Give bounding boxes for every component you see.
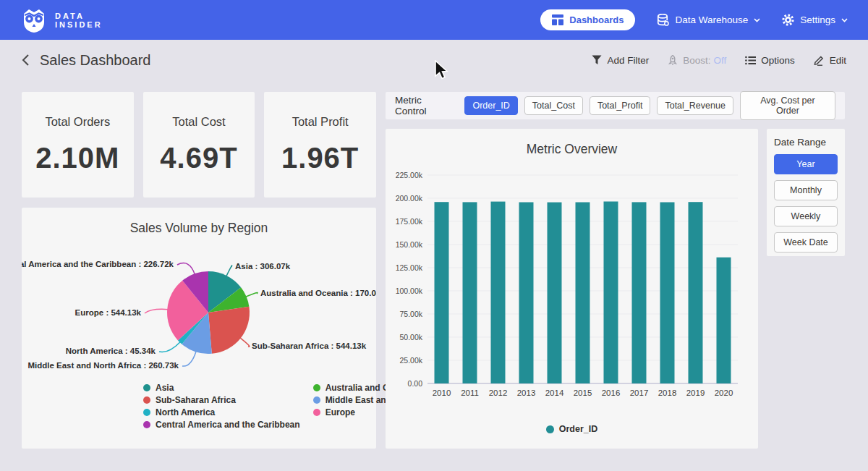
legend-item-central-america-and-the-caribbean[interactable]: Central America and the Caribbean [143,418,300,430]
pie-slice-label: North America : 45.34k [66,347,156,355]
nav-dashboards-label: Dashboards [569,14,624,25]
brand-line1: DATA [55,12,103,20]
x-axis-tick-label: 2016 [602,389,621,397]
page-title: Sales Dashboard [40,52,150,69]
legend-dot [546,425,554,433]
pie-slice-label: Central America and the Caribbean : 226.… [22,260,174,268]
metric-control-bar: Metric Control Order_IDTotal_CostTotal_P… [386,92,845,119]
metric-button-total-cost[interactable]: Total_Cost [524,96,583,115]
legend-dot [143,409,150,416]
bar-order-id-2011[interactable] [463,202,477,383]
legend-label: Europe [326,407,355,417]
database-icon [657,14,669,26]
funnel-icon [592,55,602,65]
legend-item-north-america[interactable]: North America [143,406,300,418]
bar-order-id-2013[interactable] [519,203,534,384]
nav-data-warehouse-label: Data Warehouse [675,14,748,25]
x-axis-tick-label: 2017 [630,389,649,397]
gear-icon [782,14,794,26]
date-range-button-monthly[interactable]: Monthly [774,180,838,200]
bar-order-id-2015[interactable] [576,203,590,384]
y-axis-tick-label: 175.00k [396,217,423,226]
y-axis-tick-label: 225.00k [396,171,423,179]
legend-dot [143,396,150,404]
nav-settings[interactable]: Settings [782,14,848,26]
pie-leader-line [159,341,180,352]
bar-order-id-2020[interactable] [717,258,731,383]
title-bar: Sales Dashboard Add Filter Boost: Off [0,40,868,80]
pie-leader-line [182,351,196,366]
legend-label: Sub-Saharan Africa [156,395,236,405]
nav-data-warehouse[interactable]: Data Warehouse [657,14,760,26]
chevron-down-icon [754,18,760,22]
owl-logo-icon [20,7,48,34]
date-range-card: Date Range YearMonthlyWeeklyWeek Date [767,129,845,256]
x-axis-tick-label: 2013 [517,389,536,397]
y-axis-tick-label: 200.00k [396,194,423,203]
pie-slice-label: Middle East and North Africa : 260.73k [27,361,179,370]
options-button[interactable]: Options [745,55,795,66]
legend-item-asia[interactable]: Asia [143,381,300,394]
chevron-left-icon[interactable] [22,54,30,67]
pie-chart-card: Asia : 306.07kAustralia and Oceania : 17… [22,208,376,449]
pie-slice-label: Sub-Saharan Africa : 544.13k [252,341,367,350]
metric-button-avg-cost-per-order[interactable]: Avg. Cost per Order [740,91,835,120]
y-axis-tick-label: 150.00k [396,240,423,249]
legend-label: North America [156,407,215,417]
x-axis-tick-label: 2015 [574,389,592,397]
edit-label: Edit [830,55,846,66]
bar-order-id-2012[interactable] [491,202,506,383]
boost-toggle[interactable]: Boost: Off [668,55,726,66]
pie-leader-line [177,263,195,275]
add-filter-button[interactable]: Add Filter [592,55,649,66]
dashboard-grid-icon [552,14,563,25]
pie-slice-label: Australia and Oceania : 170.04k [260,289,376,297]
legend-dot [143,384,150,391]
date-range-button-year[interactable]: Year [774,154,838,174]
bar-order-id-2014[interactable] [548,203,562,383]
kpi-card-total-orders: Total Orders2.10M [22,92,134,198]
bar-order-id-2010[interactable] [435,202,449,383]
bar-order-id-2018[interactable] [660,203,675,384]
top-nav: DATA INSIDER Dashboards Data Warehouse [0,0,868,40]
kpi-label: Total Cost [172,115,225,129]
pie-leader-line [240,338,250,347]
brand-text: DATA INSIDER [55,12,103,29]
date-range-button-weekly[interactable]: Weekly [774,206,838,226]
kpi-label: Total Profit [292,115,349,129]
x-axis-tick-label: 2011 [461,389,479,397]
brand-line2: INSIDER [55,20,103,29]
pie-slice-sub-saharan-africa[interactable] [208,307,250,354]
nav-dashboards-button[interactable]: Dashboards [540,9,635,30]
y-axis-tick-label: 125.00k [396,263,423,272]
metric-button-total-profit[interactable]: Total_Profit [590,96,651,115]
pie-slice-label: Europe : 544.13k [75,308,142,317]
bar-chart: 0.0025.00k50.00k75.00k100.00k125.00k150.… [393,166,751,405]
options-label: Options [761,55,795,66]
y-axis-tick-label: 100.00k [396,287,423,295]
bar-order-id-2019[interactable] [689,202,703,383]
pencil-icon [814,55,825,66]
edit-button[interactable]: Edit [814,55,846,66]
legend-dot [313,409,320,416]
date-range-button-week-date[interactable]: Week Date [774,232,838,253]
pie-slice-label: Asia : 306.07k [235,262,291,271]
x-axis-tick-label: 2020 [715,389,733,397]
metric-button-order-id[interactable]: Order_ID [464,96,517,115]
kpi-card-total-profit: Total Profit1.96T [264,92,376,198]
bar-order-id-2017[interactable] [632,202,647,383]
bar-order-id-2016[interactable] [604,202,618,384]
pie-chart-title: Sales Volume by Region [22,221,376,236]
bar-chart-card: Metric Overview 0.0025.00k50.00k75.00k10… [386,129,758,449]
legend-label: Order_ID [559,424,598,434]
legend-label: Central America and the Caribbean [156,420,300,430]
legend-dot [313,384,320,391]
legend-item-order-id[interactable]: Order_ID [546,424,598,434]
pie-leader-line [246,292,258,297]
y-axis-tick-label: 25.00k [399,356,422,365]
metric-button-total-revenue[interactable]: Total_Revenue [657,96,733,115]
kpi-label: Total Orders [45,115,110,129]
bar-legend: Order_ID [386,424,758,434]
kpi-value: 4.69T [160,142,237,174]
legend-item-sub-saharan-africa[interactable]: Sub-Saharan Africa [143,394,300,406]
